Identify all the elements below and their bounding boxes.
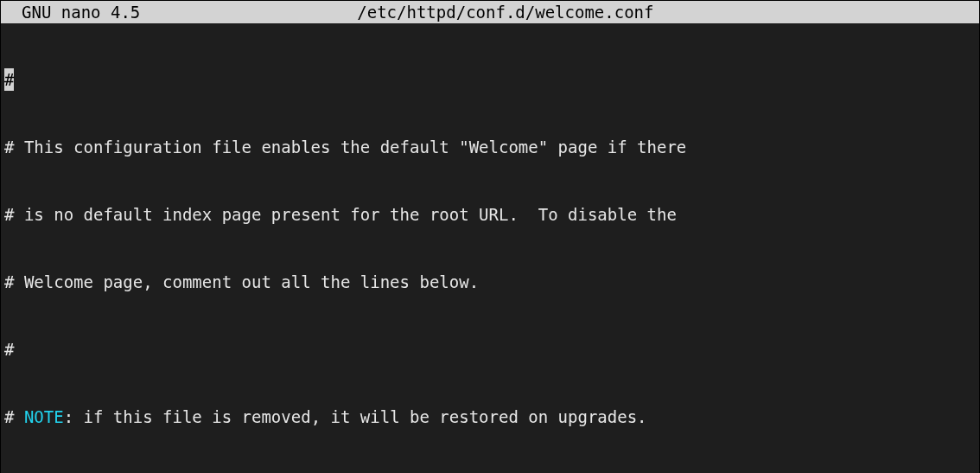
comment-line[interactable]: # (4, 338, 976, 361)
cursor: # (4, 68, 14, 91)
note-rest: : if this file is removed, it will be re… (64, 407, 647, 426)
comment-line[interactable]: # Welcome page, comment out all the line… (4, 271, 976, 293)
editor-area[interactable]: # # This configuration file enables the … (1, 23, 979, 473)
note-keyword: NOTE (24, 407, 64, 426)
file-name: /etc/httpd/conf.d/welcome.conf (357, 1, 653, 23)
titlebar: GNU nano 4.5 /etc/httpd/conf.d/welcome.c… (1, 1, 979, 23)
cursor-line[interactable]: # (4, 68, 976, 91)
comment-line[interactable]: # This configuration file enables the de… (4, 136, 976, 158)
note-line[interactable]: # NOTE: if this file is removed, it will… (4, 406, 976, 428)
nano-window: GNU nano 4.5 /etc/httpd/conf.d/welcome.c… (0, 0, 980, 473)
note-prefix: # (4, 407, 24, 426)
comment-line[interactable]: # is no default index page present for t… (4, 203, 976, 226)
app-name: GNU nano 4.5 (4, 1, 140, 23)
